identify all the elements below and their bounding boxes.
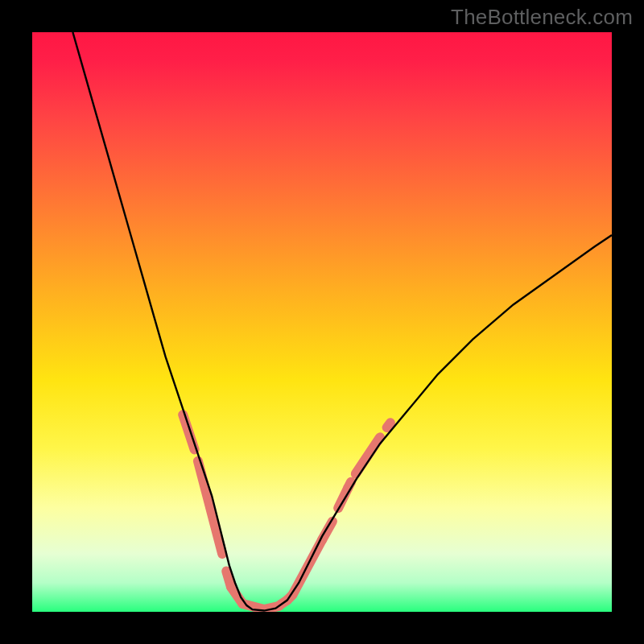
plot-area (32, 32, 612, 612)
highlight-segment (387, 423, 390, 427)
chart-svg (32, 32, 612, 612)
highlight-segment (348, 482, 351, 488)
gradient-background (32, 32, 612, 612)
chart-frame: TheBottleneck.com (0, 0, 644, 644)
watermark-text: TheBottleneck.com (451, 5, 633, 30)
